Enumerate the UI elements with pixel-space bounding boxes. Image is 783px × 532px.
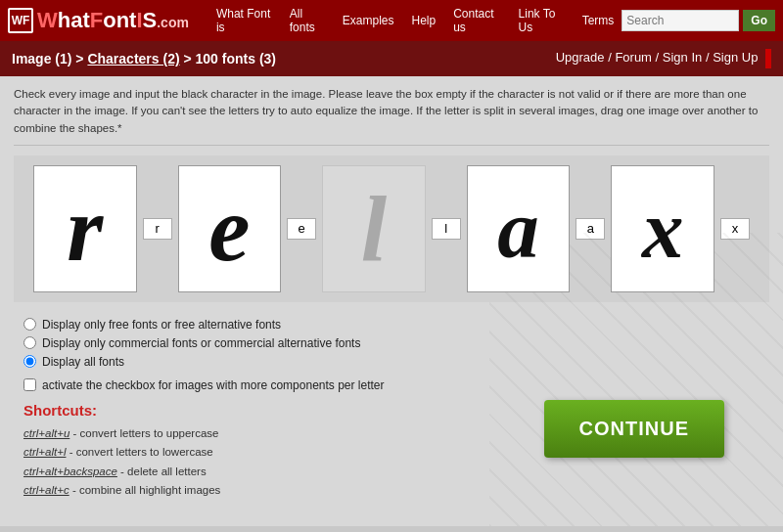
nav-contact-us[interactable]: Contact us: [445, 3, 508, 38]
forum-link[interactable]: Forum: [615, 50, 652, 65]
search-area: Go: [622, 10, 775, 31]
subheader: Image (1) > Characters (2) > 100 fonts (…: [0, 41, 783, 76]
shortcut-desc-uppercase: - convert letters to uppercase: [73, 427, 219, 439]
nav-link-to-us[interactable]: Link To Us: [511, 3, 573, 38]
radio-free-fonts[interactable]: [23, 318, 36, 331]
right-links: Upgrade / Forum / Sign In / Sign Up: [556, 49, 771, 68]
label-commercial-fonts: Display only commercial fonts or commerc…: [42, 336, 360, 350]
logo-badge: WF: [8, 8, 33, 33]
shortcut-key-uppercase: ctrl+alt+u: [23, 427, 69, 439]
go-button[interactable]: Go: [743, 10, 775, 31]
breadcrumb: Image (1) > Characters (2) > 100 fonts (…: [12, 51, 276, 66]
char-card-2: l: [322, 165, 426, 292]
radio-commercial-fonts[interactable]: [23, 336, 36, 349]
char-input-3[interactable]: [576, 218, 605, 240]
label-free-fonts: Display only free fonts or free alternat…: [42, 318, 281, 332]
breadcrumb-link[interactable]: Characters (2): [87, 51, 179, 66]
signin-link[interactable]: Sign In: [663, 50, 702, 65]
more-components-label: activate the checkbox for images with mo…: [42, 378, 385, 392]
label-all-fonts: Display all fonts: [42, 355, 124, 369]
nav-help[interactable]: Help: [403, 10, 443, 31]
options-area: Display only free fonts or free alternat…: [23, 318, 769, 369]
shortcut-key-combine: ctrl+alt+c: [23, 484, 69, 496]
header: WF WhatFontIS.com What Font is All fonts…: [0, 0, 783, 41]
shortcut-combine: ctrl+alt+c - combine all highlight image…: [23, 481, 760, 501]
checkbox-row: activate the checkbox for images with mo…: [23, 378, 769, 392]
continue-button[interactable]: CONTINUE: [544, 400, 724, 458]
shortcut-desc-delete: - delete all letters: [120, 466, 207, 477]
nav-examples[interactable]: Examples: [335, 10, 402, 31]
option-row-free: Display only free fonts or free alternat…: [23, 318, 769, 332]
instructions-text: Check every image and input the black ch…: [14, 86, 769, 146]
char-input-1[interactable]: [287, 218, 316, 240]
nav-all-fonts[interactable]: All fonts: [282, 3, 333, 38]
char-card-0: r: [33, 165, 137, 292]
char-input-2[interactable]: [432, 218, 461, 240]
radio-all-fonts[interactable]: [23, 355, 36, 368]
main-content: Check every image and input the black ch…: [0, 76, 783, 526]
shortcut-delete: ctrl+alt+backspace - delete all letters: [23, 463, 760, 482]
shortcut-key-delete: ctrl+alt+backspace: [23, 466, 117, 477]
more-components-checkbox[interactable]: [23, 378, 36, 391]
nav-terms[interactable]: Terms: [575, 10, 622, 31]
logo-area: WF WhatFontIS.com: [8, 8, 189, 33]
main-nav: What Font is All fonts Examples Help Con…: [208, 3, 622, 38]
char-card-1: e: [178, 165, 282, 292]
search-input[interactable]: [622, 10, 739, 31]
char-input-4[interactable]: [720, 218, 750, 240]
char-card-3: a: [467, 165, 571, 292]
shortcut-desc-lowercase: - convert letters to lowercase: [69, 446, 213, 458]
option-row-all: Display all fonts: [23, 355, 769, 369]
option-row-commercial: Display only commercial fonts or commerc…: [23, 336, 769, 350]
upgrade-link[interactable]: Upgrade: [556, 50, 605, 65]
char-card-4: x: [611, 165, 714, 292]
shortcut-key-lowercase: ctrl+alt+l: [23, 446, 66, 458]
char-input-0[interactable]: [143, 218, 172, 240]
nav-what-font-is[interactable]: What Font is: [208, 3, 280, 38]
signup-link[interactable]: Sign Up: [713, 50, 758, 65]
characters-area: r e l a x: [14, 155, 769, 302]
shortcut-desc-combine: - combine all highlight images: [72, 484, 221, 496]
logo-text: WhatFontIS.com: [37, 8, 189, 33]
